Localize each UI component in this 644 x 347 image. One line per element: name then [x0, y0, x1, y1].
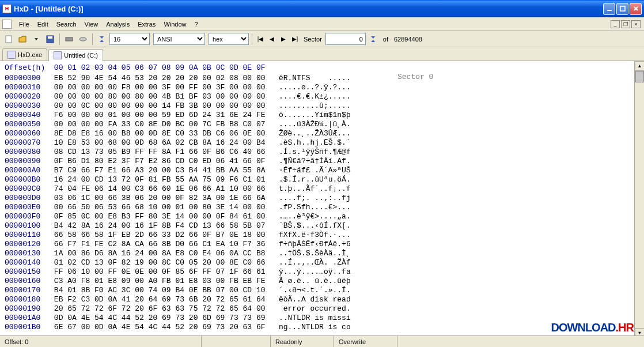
- hex-ascii[interactable]: ŽØè..¸..ŽÀ3ÛÆ...: [266, 129, 351, 138]
- hex-bytes[interactable]: 6E 67 00 0D 0A 4E 54 4C 44 52 20 69 73 2…: [40, 323, 265, 331]
- hex-bytes[interactable]: 0D 0A 4E 54 4C 44 52 20 69 73 20 6D 69 7…: [40, 314, 265, 322]
- hex-row[interactable]: 00000010 00 00 00 00 00 F8 00 00 3F 00 F…: [5, 83, 639, 92]
- open-dropdown-button[interactable]: [30, 33, 43, 46]
- hex-ascii[interactable]: ´BŠ.$...‹ôÍ.fX[.: [266, 221, 351, 230]
- next-sector-button[interactable]: ▶: [278, 34, 289, 44]
- hex-bytes[interactable]: B4 01 8B F0 AC 3C 00 74 09 B4 0E BB 07 0…: [40, 286, 265, 295]
- hex-row[interactable]: 00000030 00 00 0C 00 00 00 00 00 14 FB 3…: [5, 101, 639, 111]
- hex-bytes[interactable]: 03 06 1C 00 66 3B 06 20 00 0F 82 3A 00 1…: [40, 194, 265, 202]
- vertical-scrollbar[interactable]: ▲ ▼: [634, 61, 644, 338]
- hex-bytes[interactable]: 08 CD 13 73 05 B9 FF FF 8A F1 66 0F B6 C…: [40, 148, 265, 156]
- tab[interactable]: HxD.exe: [2, 48, 47, 61]
- hex-ascii[interactable]: ..Í..‚..ŒÀ. .ŽÀf: [266, 258, 351, 267]
- stepper-button[interactable]: [96, 33, 108, 46]
- menu-analysis[interactable]: Analysis: [102, 19, 134, 29]
- menu-file[interactable]: File: [15, 19, 33, 29]
- hex-ascii[interactable]: t.þ...Ãf`..f¡..f: [266, 184, 351, 193]
- hex-row[interactable]: 00000050 00 00 00 00 FA 33 C0 8E D0 BC 0…: [5, 120, 639, 129]
- hex-row[interactable]: 00000060 8E D8 E8 16 00 B8 00 0D 8E C0 3…: [5, 129, 639, 138]
- disk-button[interactable]: [77, 33, 89, 46]
- hex-bytes[interactable]: 10 E8 53 00 68 00 0D 68 6A 02 CB 8A 16 2…: [40, 138, 265, 147]
- hex-bytes[interactable]: B7 C9 66 F7 E1 66 A3 20 00 C3 B4 41 BB A…: [40, 166, 265, 175]
- hex-ascii[interactable]: ÿ...ÿ....…oÿ..fa: [266, 267, 351, 276]
- hex-row[interactable]: 00000040 F6 00 00 00 01 00 00 00 59 ED 6…: [5, 111, 639, 120]
- hex-editor[interactable]: Offset(h) 00 01 02 03 04 05 06 07 08 09 …: [0, 61, 644, 338]
- hex-ascii[interactable]: ....ú3ÀŽÐ¼.|û¸À.: [266, 120, 351, 129]
- hex-row[interactable]: 00000130 1A 00 86 D6 8A 16 24 00 8A E8 C…: [5, 249, 639, 258]
- last-sector-button[interactable]: ▶|: [290, 34, 300, 44]
- hex-ascii[interactable]: ëR.NTFS .....: [266, 74, 351, 82]
- hex-bytes[interactable]: FF 06 10 00 FF 0E 0E 00 0F 85 6F FF 07 1…: [40, 267, 265, 276]
- hex-ascii[interactable]: ..†ÖŠ.$.ŠèÀä..Ì¸: [266, 249, 351, 258]
- open-button[interactable]: [16, 33, 29, 46]
- hex-ascii[interactable]: ·Éf÷áf£ .Ã´A»ªUŠ: [266, 166, 351, 175]
- menu-window[interactable]: Window: [160, 19, 190, 29]
- hex-bytes[interactable]: 16 24 00 CD 13 72 0F 81 FB 55 AA 75 09 F…: [40, 175, 265, 184]
- hex-bytes[interactable]: 66 58 66 58 1F EB 2D 66 33 D2 66 0F B7 0…: [40, 231, 265, 239]
- hex-bytes[interactable]: 1A 00 86 D6 8A 16 24 00 8A E8 C0 E4 06 0…: [40, 249, 265, 258]
- menu-edit[interactable]: Edit: [33, 19, 52, 29]
- hex-row[interactable]: 00000090 0F B6 D1 80 E2 3F F7 E2 86 CD C…: [5, 157, 639, 166]
- hex-ascii[interactable]: .Í.s.¹ÿÿŠñf.¶Æ@f: [266, 148, 351, 156]
- close-button[interactable]: [630, 3, 642, 15]
- hex-row[interactable]: 00000110 66 58 66 58 1F EB 2D 66 33 D2 6…: [5, 231, 639, 240]
- hex-row[interactable]: 00000180 EB F2 C3 0D 0A 41 20 64 69 73 6…: [5, 295, 639, 304]
- menu-view[interactable]: View: [81, 19, 103, 29]
- menu-search[interactable]: Search: [52, 19, 81, 29]
- hex-row[interactable]: 000000E0 00 66 50 06 53 66 68 10 00 01 0…: [5, 203, 639, 212]
- scroll-up-button[interactable]: ▲: [635, 61, 644, 71]
- mdi-restore-button[interactable]: ❐: [621, 20, 630, 28]
- hex-row[interactable]: 00000020 00 00 00 00 80 00 80 00 4B B1 B…: [5, 92, 639, 101]
- scroll-thumb[interactable]: [635, 71, 644, 82]
- hex-ascii[interactable]: ëòÃ..A disk read: [266, 295, 351, 304]
- mdi-minimize-button[interactable]: _: [611, 20, 620, 28]
- hex-ascii[interactable]: ....f;. ..‚:..fj: [266, 194, 351, 202]
- base-select[interactable]: hex: [209, 33, 249, 45]
- hex-ascii[interactable]: f÷ñþÂŠÊf‹ÐfÁê.÷6: [266, 240, 351, 248]
- sector-input[interactable]: [325, 33, 366, 45]
- ram-button[interactable]: [63, 33, 75, 46]
- hex-ascii[interactable]: .$.Í.r..ûUªu.öÁ.: [266, 175, 351, 184]
- hex-ascii[interactable]: error occurred.: [266, 304, 351, 313]
- hex-ascii[interactable]: .....ø..?.ÿ.?...: [266, 83, 351, 92]
- hex-row[interactable]: 00000140 01 02 CD 13 0F 82 19 00 8C C0 0…: [5, 258, 639, 267]
- hex-bytes[interactable]: 00 00 0C 00 00 00 00 00 14 FB 3B 00 00 0…: [40, 101, 265, 110]
- hex-row[interactable]: 00000170 B4 01 8B F0 AC 3C 00 74 09 B4 0…: [5, 286, 639, 295]
- prev-sector-button[interactable]: ◀: [267, 34, 277, 44]
- new-button[interactable]: [2, 33, 15, 46]
- hex-row[interactable]: 000000B0 16 24 00 CD 13 72 0F 81 FB 55 A…: [5, 175, 639, 184]
- encoding-select[interactable]: ANSI: [153, 33, 205, 45]
- hex-bytes[interactable]: 20 65 72 72 6F 72 20 6F 63 63 75 72 72 6…: [40, 304, 265, 313]
- hex-ascii[interactable]: .…..è³ÿ€>....„a.: [266, 212, 351, 221]
- hex-row[interactable]: 00000080 08 CD 13 73 05 B9 FF FF 8A F1 6…: [5, 148, 639, 157]
- menu-help[interactable]: ?: [191, 19, 202, 29]
- maximize-button[interactable]: [616, 3, 628, 15]
- hex-ascii[interactable]: ö.......Yím$1n$þ: [266, 111, 351, 119]
- hex-ascii[interactable]: fXfX.ë-f3Òf.·...: [266, 231, 351, 239]
- hex-ascii[interactable]: .¶Ñ€â?÷â†ÍÀí.Af.: [266, 157, 351, 165]
- hex-ascii[interactable]: .èS.h..hj.ËŠ.$.´: [266, 138, 351, 147]
- hex-bytes[interactable]: 0F B6 D1 80 E2 3F F7 E2 86 CD C0 ED 06 4…: [40, 157, 265, 165]
- hex-row[interactable]: 00000000 EB 52 90 4E 54 46 53 20 20 20 2…: [5, 74, 639, 83]
- hex-bytes[interactable]: 01 02 CD 13 0F 82 19 00 8C C0 05 20 00 8…: [40, 258, 265, 267]
- mdi-close-button[interactable]: ×: [631, 20, 641, 28]
- save-button[interactable]: [44, 33, 56, 46]
- hex-bytes[interactable]: EB 52 90 4E 54 46 53 20 20 20 20 00 02 0…: [40, 74, 265, 82]
- hex-ascii[interactable]: ng...NTLDR is co: [266, 323, 351, 331]
- hex-ascii[interactable]: Ã ø.è.. û.è..ûëþ: [266, 277, 351, 285]
- minimize-button[interactable]: [603, 3, 615, 15]
- hex-row[interactable]: 00000190 20 65 72 72 6F 72 20 6F 63 63 7…: [5, 304, 639, 314]
- menu-extras[interactable]: Extras: [134, 19, 160, 29]
- hex-bytes[interactable]: 00 00 00 00 00 F8 00 00 3F 00 FF 00 3F 0…: [40, 83, 265, 92]
- sector-stepper[interactable]: [367, 33, 380, 46]
- tab[interactable]: Untitled (C:): [48, 49, 103, 61]
- hex-ascii[interactable]: .........û;.....: [266, 101, 351, 110]
- first-sector-button[interactable]: |◀: [255, 34, 266, 44]
- hex-bytes[interactable]: 0F 85 0C 00 E8 B3 FF 80 3E 14 00 00 0F 8…: [40, 212, 265, 221]
- hex-bytes[interactable]: C3 A0 F8 01 E8 09 00 A0 FB 01 E8 03 00 F…: [40, 277, 265, 285]
- hex-ascii[interactable]: ....€.€.K±¿.....: [266, 92, 351, 101]
- hex-bytes[interactable]: 00 00 00 00 80 00 80 00 4B B1 BF 03 00 0…: [40, 92, 265, 101]
- hex-row[interactable]: 00000160 C3 A0 F8 01 E8 09 00 A0 FB 01 E…: [5, 277, 639, 286]
- hex-row[interactable]: 000001A0 0D 0A 4E 54 4C 44 52 20 69 73 2…: [5, 314, 639, 323]
- hex-row[interactable]: 00000100 B4 42 8A 16 24 00 16 1F 8B F4 C…: [5, 221, 639, 231]
